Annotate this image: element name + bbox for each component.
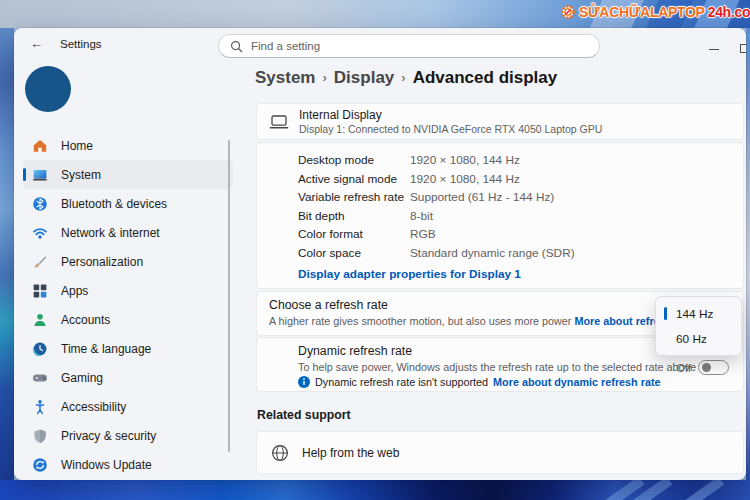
detail-row: Active signal mode 1920 × 1080, 144 Hz [298, 170, 743, 189]
gear-icon [560, 4, 576, 20]
sidebar: Home System Bluetooth & devices Network … [14, 131, 242, 479]
toggle-knob [702, 363, 711, 372]
settings-window: ← Settings Home System Bluetooth & d [14, 28, 746, 480]
detail-label: Color format [298, 227, 410, 241]
detail-row: Variable refresh rate Supported (61 Hz -… [298, 188, 743, 207]
sidebar-item-personalization[interactable]: Personalization [23, 247, 233, 276]
sidebar-item-system[interactable]: System [23, 160, 233, 189]
dropdown-option-label: 144 Hz [676, 307, 713, 321]
time-language-icon [32, 341, 48, 357]
detail-row: Color format RGB [298, 225, 743, 244]
detail-label: Desktop mode [298, 153, 410, 167]
dynamic-refresh-note: Dynamic refresh rate isn't supported [315, 376, 488, 388]
detail-row: Desktop mode 1920 × 1080, 144 Hz [298, 151, 743, 170]
accessibility-icon [32, 399, 48, 415]
refresh-rate-description-text: A higher rate gives smoother motion, but… [269, 315, 571, 327]
display-adapter-properties-link[interactable]: Display adapter properties for Display 1 [298, 267, 521, 281]
system-icon [32, 167, 48, 183]
apps-icon [32, 283, 48, 299]
detail-label: Color space [298, 246, 410, 260]
search-icon [230, 40, 243, 53]
sidebar-item-label: Apps [61, 284, 88, 298]
display-details-card: Desktop mode 1920 × 1080, 144 Hz Active … [256, 142, 744, 289]
sidebar-item-gaming[interactable]: Gaming [23, 363, 233, 392]
sidebar-item-label: Accounts [61, 313, 110, 327]
sidebar-item-label: Windows Update [61, 458, 152, 472]
minimize-button[interactable] [709, 49, 719, 50]
toggle-state-label: Off [677, 362, 691, 374]
dropdown-option-144hz[interactable]: 144 Hz [659, 301, 738, 326]
wallpaper-left [0, 28, 14, 480]
sidebar-item-apps[interactable]: Apps [23, 276, 233, 305]
dropdown-option-label: 60 Hz [676, 332, 707, 346]
dynamic-refresh-toggle-area: Off [677, 360, 729, 375]
detail-value: Supported (61 Hz - 144 Hz) [410, 190, 554, 204]
privacy-shield-icon [32, 428, 48, 444]
internal-display-card: Internal Display Display 1: Connected to… [256, 103, 744, 140]
watermark-suffix: 24h.com [708, 4, 750, 20]
sidebar-item-home[interactable]: Home [23, 131, 233, 160]
watermark-logo: SỬACHỮALAPTOP24h.com [560, 4, 750, 20]
detail-label: Variable refresh rate [298, 190, 410, 204]
sidebar-item-label: Time & language [61, 342, 151, 356]
windows-update-icon [32, 457, 48, 473]
globe-icon [271, 444, 289, 462]
dynamic-refresh-toggle[interactable] [698, 360, 729, 375]
related-support-heading: Related support [257, 408, 744, 422]
detail-value: RGB [410, 227, 436, 241]
sidebar-item-windows-update[interactable]: Windows Update [23, 450, 233, 479]
breadcrumb: System›Display›Advanced display [255, 68, 557, 88]
refresh-rate-dropdown: 144 Hz 60 Hz [655, 296, 742, 356]
sidebar-item-label: Gaming [61, 371, 103, 385]
dropdown-option-60hz[interactable]: 60 Hz [659, 326, 738, 351]
wallpaper-bottom [0, 480, 750, 500]
detail-value: 1920 × 1080, 144 Hz [410, 153, 520, 167]
sidebar-item-label: Home [61, 139, 93, 153]
breadcrumb-separator: › [394, 70, 412, 85]
sidebar-scrollbar[interactable] [228, 140, 230, 452]
detail-label: Active signal mode [298, 172, 410, 186]
detail-label: Bit depth [298, 209, 410, 223]
more-about-dynamic-refresh-link[interactable]: More about dynamic refresh rate [493, 376, 660, 388]
breadcrumb-separator: › [315, 70, 333, 85]
sidebar-item-network[interactable]: Network & internet [23, 218, 233, 247]
help-from-web-card[interactable]: Help from the web [256, 431, 744, 474]
sidebar-item-accounts[interactable]: Accounts [23, 305, 233, 334]
avatar[interactable] [25, 66, 71, 112]
breadcrumb-system[interactable]: System [255, 68, 315, 87]
main-content: Internal Display Display 1: Connected to… [256, 103, 744, 474]
wallpaper-right [746, 28, 750, 480]
search-input[interactable] [251, 40, 571, 52]
sidebar-item-accessibility[interactable]: Accessibility [23, 392, 233, 421]
info-icon [298, 376, 310, 388]
breadcrumb-display[interactable]: Display [334, 68, 394, 87]
sidebar-item-label: Privacy & security [61, 429, 156, 443]
sidebar-item-time-language[interactable]: Time & language [23, 334, 233, 363]
home-icon [32, 138, 48, 154]
internal-display-text: Internal Display Display 1: Connected to… [299, 108, 602, 135]
window-title: Settings [60, 38, 102, 50]
maximize-button[interactable] [740, 44, 746, 53]
back-button[interactable]: ← [30, 36, 43, 51]
sidebar-item-label: Bluetooth & devices [61, 197, 167, 211]
detail-value: 8-bit [410, 209, 433, 223]
wallpaper-streak [686, 480, 725, 500]
detail-row: Bit depth 8-bit [298, 207, 743, 226]
accounts-icon [32, 312, 48, 328]
detail-value: 1920 × 1080, 144 Hz [410, 172, 520, 186]
laptop-display-icon [269, 114, 289, 130]
detail-value: Standard dynamic range (SDR) [410, 246, 575, 260]
sidebar-item-label: Accessibility [61, 400, 126, 414]
network-icon [32, 225, 48, 241]
watermark-text: SỬACHỮALAPTOP [579, 4, 705, 20]
page-title: Advanced display [413, 68, 558, 87]
help-from-web-label: Help from the web [302, 446, 399, 460]
sidebar-item-privacy[interactable]: Privacy & security [23, 421, 233, 450]
sidebar-item-bluetooth[interactable]: Bluetooth & devices [23, 189, 233, 218]
detail-row: Color space Standard dynamic range (SDR) [298, 244, 743, 263]
dynamic-refresh-note-row: Dynamic refresh rate isn't supported Mor… [298, 376, 743, 388]
search-box[interactable] [218, 34, 600, 58]
personalization-icon [32, 254, 48, 270]
sidebar-item-label: Network & internet [61, 226, 160, 240]
bluetooth-icon [32, 196, 48, 212]
